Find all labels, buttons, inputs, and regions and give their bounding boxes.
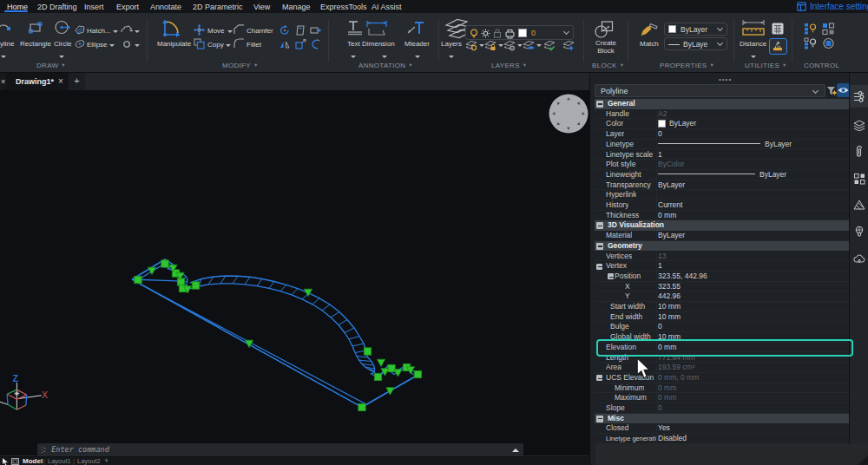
drawing-canvas[interactable]: Z X ⋮ : Enter command — [0, 90, 589, 457]
panel-resize-grip[interactable] — [858, 455, 868, 465]
copy-icon[interactable] — [194, 38, 205, 49]
menu-2d-drafting[interactable]: 2D Drafting — [37, 2, 77, 12]
cloud-sync-button[interactable] — [850, 247, 868, 270]
blocks-palette-button[interactable] — [850, 167, 868, 190]
menu-manage[interactable]: Manage — [282, 2, 311, 12]
menu-annotate[interactable]: Annotate — [150, 2, 181, 12]
property-row-history[interactable]: HistoryCurrent — [595, 200, 850, 211]
geographic-icon[interactable] — [822, 37, 835, 49]
hatch-icon[interactable] — [75, 25, 85, 35]
color-select-chevron[interactable] — [717, 25, 723, 31]
prev-tab-close-button[interactable]: × — [0, 73, 6, 90]
grip-triangle[interactable] — [304, 289, 312, 296]
add-layout-button[interactable]: + — [104, 457, 108, 465]
distance-button[interactable]: Distance — [740, 40, 766, 48]
property-row-material[interactable]: MaterialByLayer — [595, 231, 850, 241]
menu-expresstools[interactable]: ExpressTools — [320, 2, 367, 12]
layer-lock-icon[interactable] — [493, 29, 502, 38]
property-row-layer[interactable]: Layer0 — [595, 129, 850, 140]
layer-freeze-sun-icon[interactable] — [481, 29, 490, 38]
layer-lock-tool-icon[interactable] — [484, 40, 496, 51]
linetype-select[interactable]: ByLaye — [664, 37, 727, 50]
text-icon[interactable] — [345, 20, 365, 36]
layer-state-tool-caret[interactable] — [536, 44, 542, 47]
dimension-caret[interactable] — [382, 56, 387, 58]
dimension-button[interactable]: Dimension — [362, 40, 395, 48]
chamfer-icon[interactable] — [233, 24, 245, 35]
move-caret[interactable] — [227, 30, 233, 33]
hatch-palette-button[interactable] — [850, 193, 868, 216]
manipulate-button[interactable]: Manipulate — [157, 40, 191, 48]
move-button[interactable]: Move — [207, 27, 225, 35]
property-row-maximum[interactable]: Maximum0 mm — [595, 393, 850, 403]
design-center-button[interactable] — [850, 220, 868, 243]
stretch-icon[interactable] — [310, 25, 321, 36]
donut-caret[interactable] — [135, 44, 140, 47]
menu-view[interactable]: View — [253, 2, 270, 12]
layers-caret[interactable] — [449, 56, 454, 58]
property-row-slope[interactable]: Slope0 — [595, 403, 850, 414]
ellipse-icon[interactable] — [75, 39, 85, 49]
grip-square[interactable] — [192, 282, 199, 289]
properties-palette-button[interactable] — [850, 85, 868, 108]
command-expand-icon[interactable] — [512, 449, 519, 452]
menu-ai-assist[interactable]: AI Assist — [372, 2, 402, 12]
rectangle-button[interactable]: Rectangle — [20, 40, 51, 48]
command-line[interactable]: ⋮ : Enter command — [37, 443, 523, 455]
ellipse-button[interactable]: Ellipse — [87, 41, 108, 49]
property-row-color[interactable]: ColorByLayer — [595, 119, 850, 129]
layout1-tab[interactable]: Layout1 — [48, 457, 71, 465]
quick-measure-button[interactable] — [769, 38, 787, 55]
rotate-icon[interactable] — [279, 25, 290, 36]
property-row-minimum[interactable]: Minimum0 mm — [595, 383, 850, 394]
manipulate-icon[interactable] — [161, 18, 186, 39]
property-row-position[interactable]: Position323.55, 442.96 — [595, 272, 850, 282]
menu-insert[interactable]: Insert — [84, 2, 104, 12]
distance-caret[interactable] — [751, 56, 756, 58]
model-tab[interactable]: Model — [23, 457, 43, 465]
polyline-button[interactable]: yline — [0, 40, 14, 48]
property-row-handle[interactable]: HandleA2 — [595, 109, 850, 120]
layer-merge-icon[interactable] — [822, 23, 835, 35]
attachments-palette-button[interactable] — [850, 141, 868, 163]
polyline-caret[interactable] — [1, 56, 6, 58]
layout-icon[interactable] — [11, 458, 19, 465]
copy-caret[interactable] — [226, 44, 231, 47]
grip-square[interactable] — [374, 373, 381, 380]
polyline-icon[interactable] — [0, 20, 14, 32]
toggle-value-display-button[interactable] — [837, 83, 850, 97]
dimension-icon[interactable] — [365, 19, 388, 36]
calculator-icon[interactable] — [771, 22, 785, 36]
hatch-caret[interactable] — [113, 30, 118, 33]
scale-icon[interactable] — [295, 39, 306, 49]
panel-drag-handle[interactable]: •••• — [719, 75, 732, 83]
tab-close-icon[interactable]: × — [58, 73, 63, 90]
utilities-section-label[interactable]: UTILITIES▾ — [745, 60, 786, 70]
layer-state-tool-icon[interactable] — [523, 40, 535, 51]
collapse-icon[interactable] — [596, 222, 603, 229]
interface-settings-button[interactable]: Interface settings — [797, 1, 868, 12]
layer-walk-icon[interactable] — [804, 23, 817, 35]
layer-name[interactable]: 0 — [531, 29, 536, 37]
tab-drawing1[interactable]: Drawing1* × — [6, 73, 69, 90]
menu-2d-parametric[interactable]: 2D Parametric — [193, 2, 243, 12]
property-row-lineweight[interactable]: LineweightByLayer — [595, 170, 850, 180]
properties-section-label[interactable]: PROPERTIES▾ — [660, 60, 713, 70]
rectangle-icon[interactable] — [29, 22, 43, 34]
property-row-y[interactable]: Y442.96 — [595, 291, 850, 302]
distance-icon[interactable] — [741, 19, 766, 36]
modify-section-label[interactable]: MODIFY▾ — [222, 60, 258, 70]
mleader-icon[interactable] — [404, 20, 425, 36]
layer-select-chevron[interactable] — [563, 29, 569, 35]
grip-square[interactable] — [364, 348, 371, 355]
create-block-button[interactable]: CreateBlock — [594, 39, 618, 55]
match-button[interactable]: Match — [640, 40, 659, 48]
revision-cloud-icon[interactable] — [121, 25, 133, 35]
move-icon[interactable] — [194, 24, 205, 36]
grip-triangle[interactable] — [386, 388, 394, 395]
property-row-x[interactable]: X323.55 — [595, 282, 850, 292]
match-properties-icon[interactable] — [640, 22, 659, 37]
command-input[interactable]: : Enter command — [43, 445, 109, 454]
layer-match-tool-icon[interactable] — [543, 40, 556, 51]
grip-square[interactable] — [135, 276, 141, 283]
